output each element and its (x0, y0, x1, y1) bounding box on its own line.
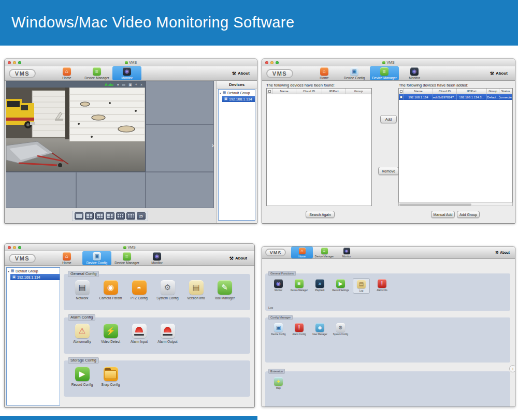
video-cell-empty[interactable] (6, 172, 76, 208)
config-item-alarm-output[interactable]: Alarm Output (155, 324, 180, 343)
collapse-handle[interactable]: i (509, 365, 515, 372)
tab-monitor[interactable]: ◉ Monitor (336, 247, 357, 258)
home-item-record-settings[interactable]: ▶ Record Settings (332, 278, 349, 294)
home-item-alarm-config[interactable]: ! Alarm Config (291, 322, 308, 337)
add-button[interactable]: Add (380, 115, 397, 123)
video-cell-empty[interactable] (76, 172, 146, 208)
config-item-system-config[interactable]: ⚙ System Config (155, 280, 180, 300)
add-group-button[interactable]: Add Group (457, 211, 480, 218)
column-header[interactable]: IP/Port (457, 89, 487, 94)
close-stream-icon[interactable]: × (140, 83, 142, 86)
stream-mode-label[interactable]: Auto (105, 82, 113, 87)
config-item-tool-manager[interactable]: ✎ Tool Manager (212, 280, 237, 300)
home-item-system-config[interactable]: ⚙ System Config (332, 322, 349, 337)
tab-monitor[interactable]: ◉ Monitor (400, 66, 429, 80)
tab-device-manager[interactable]: ≡ Device Manager (313, 247, 335, 258)
config-item-ptz-config[interactable]: ◓ PTZ Config (127, 280, 151, 300)
config-item-network[interactable]: ▤ Network (70, 280, 94, 300)
column-header[interactable]: Group (346, 89, 371, 94)
select-all-checkbox[interactable] (400, 90, 402, 93)
tab-monitor[interactable]: ◉ Monitor (142, 251, 171, 265)
tab-device-manager[interactable]: ≡ Device Manager (82, 66, 111, 80)
home-item-alarm-info[interactable]: ! Alarm Info (373, 278, 391, 294)
minimize-window-button[interactable] (13, 61, 16, 64)
tab-device-manager[interactable]: ≡ Device Manager (112, 251, 141, 265)
select-all-checkbox[interactable] (268, 90, 271, 93)
window-controls[interactable] (8, 246, 21, 249)
tab-device-config[interactable]: ▣ Device Config (340, 66, 369, 80)
layout-4-button[interactable] (85, 212, 94, 220)
tab-device-config[interactable]: ▣ Device Config (82, 251, 111, 265)
panel-collapse-arrow[interactable]: › (210, 139, 215, 151)
config-item-record-config[interactable]: ▶ Record Config (70, 367, 94, 386)
about-button[interactable]: ⚒ About (495, 251, 510, 255)
manual-add-button[interactable]: Manual Add (431, 211, 455, 218)
config-item-abnormality[interactable]: ⚠ Abnormality (70, 324, 94, 343)
column-header[interactable]: Cloud ID (296, 89, 322, 94)
column-header[interactable]: Cloud ID (433, 89, 457, 94)
scrollbar-thumb[interactable] (399, 204, 471, 206)
added-devices-table[interactable]: Name Cloud ID IP/Port Group Status 192.1… (398, 88, 513, 206)
tree-expand-icon[interactable]: ▾ (220, 91, 221, 95)
config-item-version-info[interactable]: ▤ Version Info (184, 280, 208, 300)
column-header[interactable]: IP/Port (322, 89, 346, 94)
close-window-button[interactable] (8, 246, 11, 249)
config-item-alarm-input[interactable]: Alarm Input (127, 324, 151, 343)
layout-1-button[interactable] (75, 212, 83, 220)
config-item-snap-config[interactable]: Snap Config (98, 367, 123, 386)
window-controls[interactable] (8, 61, 21, 64)
about-button[interactable]: ⚒ About (229, 256, 247, 261)
video-cell-empty[interactable] (146, 172, 214, 208)
snapshot-icon[interactable]: ▣ (128, 83, 132, 86)
add-stream-icon[interactable]: + (135, 83, 137, 86)
search-again-button[interactable]: Search Again (306, 211, 335, 218)
layout-9-button[interactable] (116, 212, 125, 220)
home-item-device-manager[interactable]: ≡ Device Manager (291, 278, 308, 294)
tree-item-default-group[interactable]: ▾ ▦ Default Group (219, 90, 255, 96)
column-header[interactable]: Name (272, 89, 296, 94)
found-devices-table[interactable]: Name Cloud ID IP/Port Group (266, 88, 372, 206)
video-cell-active[interactable]: Auto ▾ ▭ ▣ + × (6, 81, 146, 172)
home-item-log[interactable]: ▤ Log (353, 278, 370, 294)
close-window-button[interactable] (265, 61, 268, 64)
minimize-window-button[interactable] (13, 246, 16, 249)
column-header[interactable]: Group (487, 89, 499, 94)
video-cell-empty[interactable] (146, 81, 214, 124)
about-button[interactable]: ⚒ About (232, 71, 250, 76)
layout-25-button[interactable]: 25 (137, 212, 146, 220)
window-controls[interactable] (265, 61, 279, 64)
column-header[interactable]: Status (499, 89, 512, 94)
home-item-user-manager[interactable]: ☻ User Manager (311, 322, 328, 337)
tree-item-device[interactable]: ▣ 192.168.1.134 (10, 274, 60, 280)
remove-button[interactable]: Remove (378, 167, 399, 175)
home-item-monitor[interactable]: ◉ Monitor (270, 278, 287, 294)
video-cell-empty[interactable] (146, 124, 214, 172)
about-button[interactable]: ⚒ About (490, 71, 508, 76)
home-item-playback[interactable]: » Playback (311, 278, 328, 294)
tree-item-default-group[interactable]: ▾ ▦ Default Group (7, 268, 60, 274)
layout-8-button[interactable] (106, 212, 114, 220)
tree-expand-icon[interactable]: ▾ (8, 269, 9, 273)
stream-dropdown-icon[interactable]: ▾ (117, 83, 119, 86)
config-item-video-detect[interactable]: ⚡ Video Detect (98, 324, 123, 343)
layout-6-button[interactable] (95, 212, 104, 220)
home-item-map[interactable]: + Map (270, 376, 287, 390)
minimize-window-button[interactable] (270, 61, 274, 64)
zoom-window-button[interactable] (18, 246, 21, 249)
column-header[interactable]: Name (404, 89, 433, 94)
tab-home[interactable]: ⌂ Home (52, 66, 81, 80)
table-row-selected[interactable]: 192.168.1.134 edb5d1978247... 192.168.1.… (399, 94, 512, 100)
tab-home[interactable]: ⌂ Home (310, 66, 339, 80)
stream-icon[interactable]: ▭ (122, 83, 126, 86)
close-window-button[interactable] (8, 61, 11, 64)
tab-device-manager[interactable]: ≡ Device Manager (370, 66, 399, 80)
horizontal-scrollbar[interactable] (398, 202, 513, 206)
tab-monitor[interactable]: ◉ Monitor (112, 66, 141, 80)
zoom-window-button[interactable] (276, 61, 279, 64)
config-item-camera-param[interactable]: ◉ Camera Param (98, 280, 123, 300)
layout-16-button[interactable] (126, 212, 135, 220)
tab-home[interactable]: ⌂ Home (52, 251, 81, 265)
zoom-window-button[interactable] (18, 61, 21, 64)
tree-item-device[interactable]: ▣ 192.168.1.134 (222, 96, 255, 102)
home-item-device-config[interactable]: ▣ Device Config (270, 322, 287, 337)
